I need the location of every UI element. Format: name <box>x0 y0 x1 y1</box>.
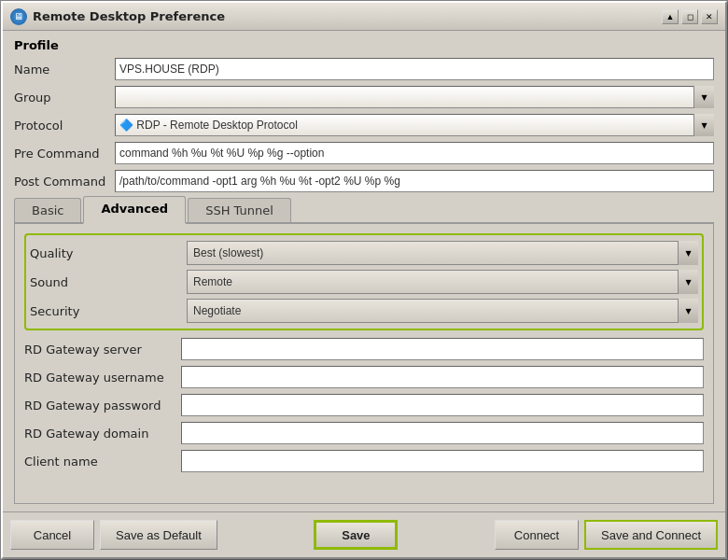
sound-label: Sound <box>30 275 179 289</box>
cancel-button[interactable]: Cancel <box>10 520 94 550</box>
quality-row: Quality Best (slowest) Medium Poor (fast… <box>30 241 698 265</box>
footer-left: Cancel Save as Default <box>10 520 217 550</box>
window-restore-button[interactable]: ◻ <box>681 9 698 24</box>
window-title: Remote Desktop Preference <box>33 9 225 23</box>
footer: Cancel Save as Default Save Connect Save… <box>3 511 725 557</box>
security-select-wrapper: Negotiate NLA TLS RDP ▼ <box>187 299 698 323</box>
postcommand-label: Post Command <box>14 175 107 189</box>
sound-select-wrapper: Remote Local Disabled ▼ <box>187 270 698 294</box>
rdgateway-pass-label: RD Gateway password <box>24 399 174 413</box>
name-row: Name <box>14 58 714 80</box>
rdgateway-pass-input[interactable] <box>181 394 704 416</box>
rdgateway-pass-row: RD Gateway password <box>24 394 704 416</box>
postcommand-input[interactable] <box>115 170 714 192</box>
name-label: Name <box>14 63 107 77</box>
protocol-row: Protocol 🔷 RDP - Remote Desktop Protocol… <box>14 114 714 136</box>
main-window: 🖥 Remote Desktop Preference ▲ ◻ ✕ Profil… <box>1 1 727 559</box>
tabs-container: Basic Advanced SSH Tunnel Quality Best (… <box>14 196 714 504</box>
group-select-wrapper: ▼ <box>115 86 714 108</box>
security-select[interactable]: Negotiate NLA TLS RDP <box>187 299 698 323</box>
rdgateway-label: RD Gateway server <box>24 343 174 357</box>
postcommand-row: Post Command <box>14 170 714 192</box>
rdgateway-domain-input[interactable] <box>181 422 704 444</box>
client-name-row: Client name <box>24 450 704 472</box>
tab-basic[interactable]: Basic <box>14 198 81 222</box>
name-input[interactable] <box>115 58 714 80</box>
quality-select[interactable]: Best (slowest) Medium Poor (fastest) <box>187 241 698 265</box>
sound-row: Sound Remote Local Disabled ▼ <box>30 270 698 294</box>
window-close-button[interactable]: ✕ <box>701 9 718 24</box>
main-content: Profile Name Group ▼ Protocol 🔷 R <box>3 31 725 511</box>
security-row: Security Negotiate NLA TLS RDP ▼ <box>30 299 698 323</box>
profile-section: Profile Name Group ▼ Protocol 🔷 R <box>14 38 714 192</box>
title-bar: 🖥 Remote Desktop Preference ▲ ◻ ✕ <box>3 3 725 31</box>
quality-select-wrapper: Best (slowest) Medium Poor (fastest) ▼ <box>187 241 698 265</box>
client-name-label: Client name <box>24 455 174 469</box>
tab-bar: Basic Advanced SSH Tunnel <box>14 196 714 224</box>
quality-label: Quality <box>30 246 179 260</box>
protocol-label: Protocol <box>14 119 107 133</box>
save-button[interactable]: Save <box>314 520 398 550</box>
tab-advanced[interactable]: Advanced <box>83 196 186 224</box>
advanced-grid: Quality Best (slowest) Medium Poor (fast… <box>24 233 704 472</box>
footer-right: Connect Save and Connect <box>495 520 718 550</box>
highlighted-selects: Quality Best (slowest) Medium Poor (fast… <box>24 233 704 330</box>
rdgateway-row: RD Gateway server <box>24 338 704 360</box>
group-label: Group <box>14 91 107 105</box>
group-select[interactable] <box>115 86 714 108</box>
rdgateway-domain-label: RD Gateway domain <box>24 427 174 441</box>
connect-button[interactable]: Connect <box>495 520 579 550</box>
title-bar-left: 🖥 Remote Desktop Preference <box>10 8 225 25</box>
window-icon: 🖥 <box>10 8 27 25</box>
save-connect-button[interactable]: Save and Connect <box>584 520 718 550</box>
window-up-button[interactable]: ▲ <box>662 9 679 24</box>
save-default-button[interactable]: Save as Default <box>100 520 217 550</box>
rdgateway-domain-row: RD Gateway domain <box>24 422 704 444</box>
protocol-select[interactable]: 🔷 RDP - Remote Desktop Protocol <box>115 114 714 136</box>
rdgateway-user-row: RD Gateway username <box>24 366 704 388</box>
rdgateway-user-label: RD Gateway username <box>24 371 174 385</box>
precommand-label: Pre Command <box>14 147 107 161</box>
client-name-input[interactable] <box>181 450 704 472</box>
tab-ssh-tunnel[interactable]: SSH Tunnel <box>188 198 291 222</box>
protocol-select-wrapper: 🔷 RDP - Remote Desktop Protocol ▼ <box>115 114 714 136</box>
group-row: Group ▼ <box>14 86 714 108</box>
rdgateway-user-input[interactable] <box>181 366 704 388</box>
precommand-row: Pre Command <box>14 142 714 164</box>
profile-title: Profile <box>14 38 714 52</box>
title-buttons: ▲ ◻ ✕ <box>662 9 718 24</box>
tab-content-advanced: Quality Best (slowest) Medium Poor (fast… <box>14 224 714 504</box>
security-label: Security <box>30 304 179 318</box>
rdgateway-input[interactable] <box>181 338 704 360</box>
footer-center: Save <box>314 520 398 550</box>
precommand-input[interactable] <box>115 142 714 164</box>
sound-select[interactable]: Remote Local Disabled <box>187 270 698 294</box>
